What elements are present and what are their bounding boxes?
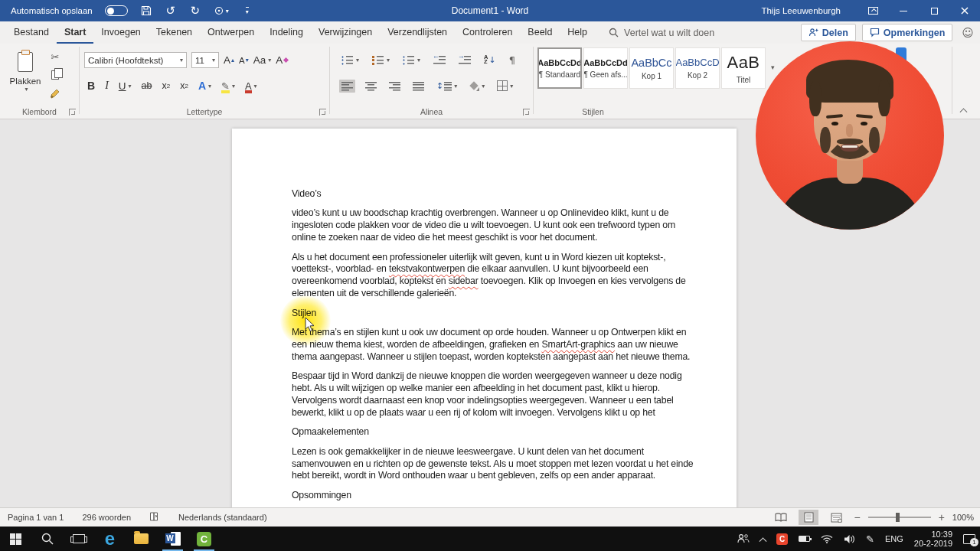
tab-help[interactable]: Help [560,21,595,44]
zoom-slider-handle[interactable] [896,513,900,522]
qat-customize-button[interactable]: ▾ [241,2,253,19]
proofing-status[interactable] [149,511,160,523]
line-spacing-button[interactable]: ↕▾ [434,80,459,93]
close-button[interactable]: × [949,0,980,21]
show-paragraph-marks-button[interactable]: ¶ [507,53,518,67]
grow-font-button[interactable]: A▴ [224,54,234,66]
comments-button[interactable]: Opmerkingen [862,24,953,41]
tab-indeling[interactable]: Indeling [262,21,311,44]
maximize-button[interactable] [919,0,949,21]
battery-tray-icon[interactable] [799,536,810,542]
change-case-button[interactable]: Aa▾ [253,54,272,66]
zoom-slider[interactable] [868,517,931,518]
text-effects-button[interactable]: A▾ [198,80,211,92]
borders-button[interactable]: ▾ [495,79,515,93]
undo-button[interactable]: ↺ [165,2,177,19]
file-explorer-button[interactable] [126,527,157,551]
autosave-toggle[interactable] [105,5,128,16]
start-button[interactable] [0,527,31,551]
word-taskbar-button[interactable]: W [157,527,188,551]
cut-button[interactable]: ✂ [47,50,63,64]
align-center-button[interactable] [363,80,379,93]
camtasia-taskbar-button[interactable]: C [188,527,220,551]
language-status[interactable]: Nederlands (standaard) [178,513,267,522]
font-color-button[interactable]: A▾ [245,80,257,92]
paste-button[interactable]: Plakken ▾ [9,50,41,106]
tab-verzendlijsten[interactable]: Verzendlijsten [380,21,455,44]
multilevel-list-button[interactable]: ▾ [400,54,423,67]
underline-button[interactable]: U▾ [119,80,132,92]
toggle-knob [107,8,114,15]
wifi-tray-icon[interactable] [821,534,833,543]
clear-formatting-button[interactable]: A [276,54,288,66]
shading-button[interactable]: ▾ [467,80,487,93]
text-highlight-button[interactable]: ✎▾ [221,80,235,92]
word-count-status[interactable]: 296 woorden [82,513,131,522]
font-size-select[interactable]: 11 ▾ [191,52,219,68]
camtasia-recorder-tray-icon[interactable]: C [776,533,788,545]
tell-me-search[interactable]: Vertel wat u wilt doen [609,21,714,44]
style-kop-2[interactable]: AaBbCcDKop 2 [675,47,720,89]
taskbar-search-button[interactable] [31,527,63,551]
style-geen-afs[interactable]: AaBbCcDd¶ Geen afs... [583,47,628,89]
increase-indent-button[interactable] [456,54,473,67]
page-number-status[interactable]: Pagina 1 van 1 [8,513,64,522]
bold-button[interactable]: B [87,80,95,92]
feedback-smiley-icon[interactable]: ☺ [962,26,974,40]
justify-button[interactable] [410,80,426,93]
pen-tray-icon[interactable]: ✎ [866,533,874,545]
tab-start[interactable]: Start [57,21,93,44]
align-left-button[interactable] [339,80,355,93]
tab-bestand[interactable]: Bestand [6,21,57,44]
shrink-font-button[interactable]: A▾ [239,56,249,65]
align-right-button[interactable] [387,80,403,93]
zoom-out-button[interactable]: − [854,514,860,521]
zoom-level[interactable]: 100% [952,513,974,522]
tab-controleren[interactable]: Controleren [455,21,520,44]
superscript-button[interactable]: x2 [180,80,188,91]
style-standaard[interactable]: AaBbCcDd¶ Standaard [537,47,582,89]
web-layout-button[interactable] [826,510,846,525]
edge-browser-button[interactable]: e [94,527,126,551]
task-view-button[interactable] [63,527,94,551]
people-tray-icon[interactable] [737,533,750,544]
tab-invoegen[interactable]: Invoegen [93,21,148,44]
share-button[interactable]: Delen [801,24,856,41]
tray-expand-chevron[interactable] [760,536,766,542]
strikethrough-button[interactable]: ab [142,80,152,91]
font-dialog-launcher[interactable] [319,109,326,116]
touch-mouse-mode-button[interactable]: ▾ [214,2,229,19]
keyboard-language[interactable]: ENG [885,534,903,543]
sort-icon: AZ↓ [484,55,496,65]
action-center-icon[interactable]: 1 [963,534,975,544]
copy-icon [51,70,59,80]
bullets-button[interactable]: ▾ [339,54,361,67]
subscript-button[interactable]: x2 [162,80,170,91]
redo-button[interactable]: ↻ [189,2,201,19]
clipboard-dialog-launcher[interactable] [69,109,76,116]
zoom-in-button[interactable]: + [939,514,945,521]
tab-verwijzingen[interactable]: Verwijzingen [311,21,380,44]
copy-button[interactable] [47,68,63,82]
collapse-ribbon-button[interactable] [961,107,972,116]
tab-tekenen[interactable]: Tekenen [149,21,200,44]
sort-button[interactable]: AZ↓ [482,54,498,67]
ribbon-display-options-button[interactable] [858,0,888,21]
save-button[interactable] [140,2,152,19]
numbering-button[interactable]: ▾ [370,54,392,67]
font-name-select[interactable]: Calibri (Hoofdtekst) ▾ [84,52,187,68]
styles-more-button[interactable]: ▾ [771,64,775,71]
italic-button[interactable]: I [105,80,109,92]
print-layout-button[interactable] [799,510,818,525]
minimize-button[interactable] [888,0,919,21]
paragraph-dialog-launcher[interactable] [523,109,530,116]
taskbar-clock[interactable]: 10:39 20-2-2019 [914,530,952,549]
format-painter-button[interactable] [47,86,63,100]
tab-beeld[interactable]: Beeld [520,21,560,44]
read-mode-button[interactable] [771,510,791,525]
decrease-indent-button[interactable] [431,54,448,67]
tab-ontwerpen[interactable]: Ontwerpen [200,21,262,44]
style-kop-1[interactable]: AaBbCcKop 1 [629,47,674,89]
style-titel[interactable]: AaBTitel [721,47,766,89]
volume-tray-icon[interactable] [844,534,855,544]
